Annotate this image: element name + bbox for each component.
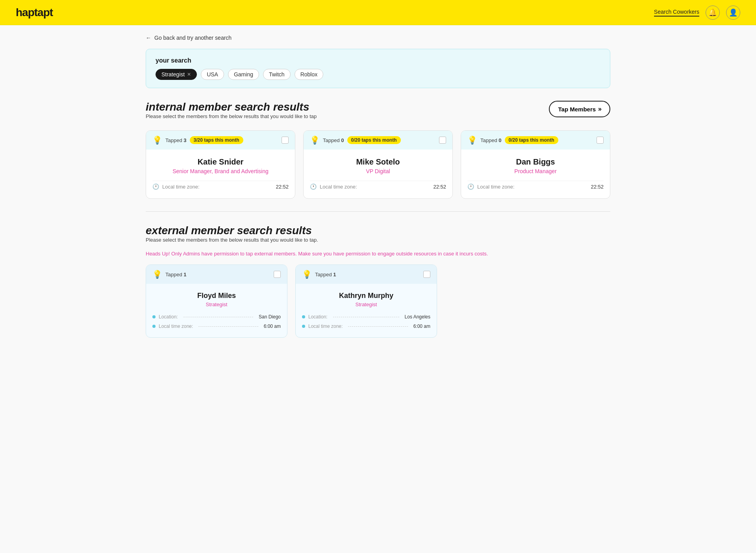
tap-members-label: Tap Members xyxy=(558,106,596,113)
ext-card-body: Floyd Miles Strategist Location: San Die… xyxy=(146,284,287,337)
dot-line xyxy=(333,317,399,317)
back-link-label: Go back and try another search xyxy=(154,35,232,41)
member-detail-timezone: 🕐 Local time zone: 22:52 xyxy=(152,181,289,192)
ext-detail-location: Location: San Diego xyxy=(152,312,281,322)
location-value: San Diego xyxy=(259,314,281,320)
search-tag-strategist[interactable]: Strategist✕ xyxy=(156,69,197,80)
card-top: 💡 Tapped 3 3/20 taps this month xyxy=(146,131,295,150)
search-tag-twitch[interactable]: Twitch xyxy=(263,69,291,80)
ext-member-role: Strategist xyxy=(302,301,430,307)
ext-card-top-left: 💡 Tapped 1 xyxy=(302,270,336,279)
internal-title-group: internal member search results Please se… xyxy=(146,101,317,127)
ext-detail-timezone: Local time zone: 6:00 am xyxy=(302,322,430,331)
card-top: 💡 Tapped 0 0/20 taps this month xyxy=(461,131,610,150)
dot-line xyxy=(183,317,253,317)
tapped-label: Tapped 1 xyxy=(165,272,187,277)
chevrons-icon: » xyxy=(598,105,601,113)
main-content: ← Go back and try another search your se… xyxy=(130,25,626,360)
tag-label: Strategist xyxy=(161,71,185,78)
internal-member-card: 💡 Tapped 3 3/20 taps this month Katie Sn… xyxy=(146,130,295,199)
member-checkbox[interactable] xyxy=(282,137,289,144)
member-name: Katie Snider xyxy=(152,157,289,166)
card-body: Dan Biggs Product Manager 🕐 Local time z… xyxy=(461,150,610,198)
card-top-left: 💡 Tapped 0 0/20 taps this month xyxy=(310,135,401,145)
timezone-value: 6:00 am xyxy=(264,324,281,329)
timezone-dot-icon xyxy=(302,325,305,328)
section-divider xyxy=(146,211,610,212)
lightbulb-icon: 💡 xyxy=(152,270,162,279)
card-body: Katie Snider Senior Manager, Brand and A… xyxy=(146,150,295,198)
external-warning: Heads Up! Only Admins have permission to… xyxy=(146,251,610,257)
card-body: Mike Sotelo VP Digital 🕐 Local time zone… xyxy=(304,150,452,198)
member-name: Dan Biggs xyxy=(467,157,604,166)
ext-card-top: 💡 Tapped 1 xyxy=(296,265,437,284)
arrow-left-icon: ← xyxy=(146,35,151,41)
external-members-grid: 💡 Tapped 1 Floyd Miles Strategist Locati… xyxy=(146,264,610,338)
header: haptapt Search Coworkers 🔔 👤 xyxy=(0,0,756,25)
search-tag-gaming[interactable]: Gaming xyxy=(228,69,259,80)
location-dot-icon xyxy=(152,315,156,318)
internal-member-card: 💡 Tapped 0 0/20 taps this month Dan Bigg… xyxy=(461,130,610,199)
notification-bell-button[interactable]: 🔔 xyxy=(706,6,720,20)
ext-card-top-left: 💡 Tapped 1 xyxy=(152,270,187,279)
ext-card-body: Kathryn Murphy Strategist Location: Los … xyxy=(296,284,437,337)
ext-detail-timezone: Local time zone: 6:00 am xyxy=(152,322,281,331)
tapped-count: 1 xyxy=(183,272,186,277)
member-detail-timezone: 🕐 Local time zone: 22:52 xyxy=(467,181,604,192)
ext-member-role: Strategist xyxy=(152,301,281,307)
search-tag-roblox[interactable]: Roblox xyxy=(295,69,324,80)
internal-members-grid: 💡 Tapped 3 3/20 taps this month Katie Sn… xyxy=(146,130,610,199)
external-section-title: external member search results xyxy=(146,224,610,237)
member-checkbox[interactable] xyxy=(597,137,604,144)
lightbulb-icon: 💡 xyxy=(302,270,312,279)
user-icon: 👤 xyxy=(729,8,737,17)
internal-section-header: internal member search results Please se… xyxy=(146,101,610,127)
ext-member-checkbox[interactable] xyxy=(274,271,281,278)
search-box: your search Strategist✕USAGamingTwitchRo… xyxy=(146,49,610,88)
member-checkbox[interactable] xyxy=(439,137,446,144)
timezone-label: Local time zone: xyxy=(477,184,515,190)
ext-detail-location: Location: Los Angeles xyxy=(302,312,430,322)
internal-member-card: 💡 Tapped 0 0/20 taps this month Mike Sot… xyxy=(303,130,453,199)
taps-badge: 0/20 taps this month xyxy=(347,136,401,144)
back-link[interactable]: ← Go back and try another search xyxy=(146,35,610,41)
timezone-value: 22:52 xyxy=(591,184,604,190)
internal-section: internal member search results Please se… xyxy=(146,101,610,199)
card-top: 💡 Tapped 0 0/20 taps this month xyxy=(304,131,452,150)
timezone-value: 22:52 xyxy=(433,184,446,190)
ext-card-top: 💡 Tapped 1 xyxy=(146,265,287,284)
timezone-label: Local time zone: xyxy=(320,184,357,190)
header-right: Search Coworkers 🔔 👤 xyxy=(654,6,740,20)
ext-member-checkbox[interactable] xyxy=(423,271,430,278)
clock-icon: 🕐 xyxy=(467,183,474,190)
user-profile-button[interactable]: 👤 xyxy=(726,6,740,20)
member-role: Senior Manager, Brand and Advertising xyxy=(152,168,289,174)
member-role: Product Manager xyxy=(467,168,604,174)
tapped-count: 0 xyxy=(498,137,501,143)
tapped-count: 0 xyxy=(341,137,344,143)
lightbulb-icon: 💡 xyxy=(152,135,162,145)
external-member-card: 💡 Tapped 1 Floyd Miles Strategist Locati… xyxy=(146,264,287,338)
location-dot-icon xyxy=(302,315,305,318)
search-tag-usa[interactable]: USA xyxy=(201,69,224,80)
timezone-value: 22:52 xyxy=(276,184,289,190)
member-name: Mike Sotelo xyxy=(310,157,446,166)
search-coworkers-link[interactable]: Search Coworkers xyxy=(654,9,699,17)
external-section: external member search results Please se… xyxy=(146,224,610,338)
external-section-subtitle: Please select the members from the below… xyxy=(146,237,610,243)
tapped-label: Tapped 3 xyxy=(165,137,187,143)
internal-section-subtitle: Please select the members from the below… xyxy=(146,113,317,119)
search-box-title: your search xyxy=(156,57,600,64)
timezone-label: Local time zone: xyxy=(159,324,193,329)
tap-members-button[interactable]: Tap Members » xyxy=(549,101,611,117)
taps-badge: 3/20 taps this month xyxy=(190,136,243,144)
tapped-label: Tapped 0 xyxy=(323,137,344,143)
tag-close-icon[interactable]: ✕ xyxy=(187,72,191,77)
location-label: Location: xyxy=(159,314,178,320)
clock-icon: 🕐 xyxy=(310,183,317,190)
timezone-label: Local time zone: xyxy=(162,184,200,190)
tapped-count: 3 xyxy=(183,137,186,143)
location-value: Los Angeles xyxy=(405,314,430,320)
tapped-count: 1 xyxy=(333,272,336,277)
dot-line xyxy=(348,326,408,327)
